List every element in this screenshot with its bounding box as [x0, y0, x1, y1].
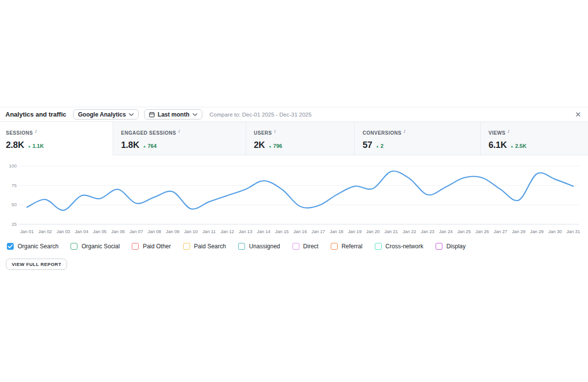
- metric-value: 2K: [254, 140, 265, 150]
- svg-text:Jan 17: Jan 17: [312, 229, 325, 234]
- metric-value: 57: [363, 140, 372, 150]
- metric-value: 2.8K: [6, 140, 24, 150]
- line-chart-svg: 100755025Jan 01Jan 02Jan 03Jan 04Jan 05J…: [0, 160, 588, 236]
- svg-text:Jan 30: Jan 30: [548, 229, 562, 234]
- svg-text:Jan 08: Jan 08: [147, 229, 161, 234]
- legend-item-paid-other[interactable]: Paid Other: [132, 243, 171, 250]
- legend-item-display[interactable]: Display: [436, 243, 466, 250]
- metric-card-engaged-sessions[interactable]: ENGAGED SESSIONSi 1.8K▲764: [113, 122, 245, 155]
- svg-text:Jan 04: Jan 04: [75, 229, 89, 234]
- metric-value: 6.1K: [489, 140, 507, 150]
- svg-text:75: 75: [11, 183, 17, 188]
- arrow-up-icon: ▲: [510, 144, 514, 148]
- svg-text:Jan 11: Jan 11: [202, 229, 216, 234]
- metric-card-views[interactable]: VIEWSi 6.1K▲2.5K: [480, 122, 588, 155]
- info-icon[interactable]: i: [274, 129, 275, 134]
- channel-legend: Organic SearchOrganic SocialPaid OtherPa…: [0, 242, 588, 251]
- legend-item-organic-social[interactable]: Organic Social: [71, 243, 120, 250]
- svg-text:Jan 05: Jan 05: [93, 229, 107, 234]
- legend-item-cross-network[interactable]: Cross-network: [375, 243, 423, 250]
- metric-label: USERS: [254, 130, 272, 136]
- svg-text:25: 25: [11, 221, 17, 227]
- legend-label-referral: Referral: [342, 243, 363, 250]
- close-icon[interactable]: ✕: [575, 111, 581, 118]
- checkbox-paid-search[interactable]: [183, 243, 190, 250]
- metric-delta: ▲764: [143, 143, 156, 149]
- metric-card-sessions[interactable]: SESSIONSi 2.8K▲1.1K: [0, 122, 113, 155]
- legend-label-unassigned: Unassigned: [249, 243, 280, 250]
- legend-label-organic-search: Organic Search: [18, 243, 58, 250]
- metric-label: VIEWS: [489, 130, 506, 136]
- svg-text:Jan 16: Jan 16: [294, 229, 307, 234]
- svg-text:Jan 23: Jan 23: [421, 229, 435, 234]
- svg-text:Jan 29: Jan 29: [530, 229, 544, 234]
- svg-text:Jan 13: Jan 13: [239, 229, 252, 234]
- legend-label-organic-social: Organic Social: [81, 243, 120, 250]
- legend-label-paid-other: Paid Other: [143, 243, 171, 250]
- svg-text:Jan 03: Jan 03: [57, 229, 71, 234]
- info-icon[interactable]: i: [178, 129, 179, 134]
- traffic-line-chart: 100755025Jan 01Jan 02Jan 03Jan 04Jan 05J…: [0, 160, 588, 238]
- metric-label: CONVERSIONS: [363, 130, 401, 136]
- svg-text:Jan 12: Jan 12: [220, 229, 234, 234]
- checkbox-display[interactable]: [436, 243, 442, 250]
- metric-label: ENGAGED SESSIONS: [121, 130, 176, 136]
- widget-title: Analytics and traffic: [5, 111, 66, 118]
- source-dropdown-label: Google Analytics: [78, 111, 126, 118]
- legend-item-organic-search[interactable]: Organic Search: [7, 243, 58, 250]
- metric-value: 1.8K: [121, 140, 139, 150]
- chevron-down-icon: [129, 113, 134, 116]
- svg-text:50: 50: [11, 202, 17, 207]
- checkbox-referral[interactable]: [331, 243, 338, 250]
- arrow-up-icon: ▲: [376, 144, 379, 148]
- svg-text:Jan 24: Jan 24: [439, 229, 453, 234]
- source-dropdown[interactable]: Google Analytics: [73, 109, 139, 119]
- view-full-report-button[interactable]: VIEW FULL REPORT: [6, 259, 67, 270]
- checkbox-paid-other[interactable]: [132, 243, 139, 250]
- date-range-dropdown[interactable]: Last month: [144, 109, 202, 119]
- legend-item-referral[interactable]: Referral: [331, 243, 363, 250]
- compare-to-text: Compare to: Dec-01 2025 - Dec-31 2025: [210, 112, 312, 118]
- metric-label: SESSIONS: [6, 130, 33, 136]
- svg-text:Jan 07: Jan 07: [129, 229, 143, 234]
- checked-checkbox-organic-search[interactable]: [7, 243, 14, 250]
- page-canvas: Analytics and traffic Google Analytics L…: [0, 0, 588, 382]
- check-icon: [8, 244, 13, 248]
- svg-text:Jan 01: Jan 01: [20, 229, 34, 234]
- info-icon[interactable]: i: [403, 129, 405, 134]
- svg-text:Jan 22: Jan 22: [403, 229, 416, 234]
- checkbox-organic-social[interactable]: [71, 243, 77, 250]
- svg-text:Jan 28: Jan 28: [512, 229, 526, 234]
- checkbox-cross-network[interactable]: [375, 243, 382, 250]
- chevron-down-icon: [193, 113, 197, 116]
- legend-item-unassigned[interactable]: Unassigned: [238, 243, 280, 250]
- svg-text:Jan 18: Jan 18: [330, 229, 343, 234]
- date-range-dropdown-label: Last month: [158, 111, 190, 118]
- checkbox-direct[interactable]: [293, 243, 299, 250]
- checkbox-unassigned[interactable]: [238, 243, 245, 250]
- svg-text:Jan 27: Jan 27: [494, 229, 508, 234]
- legend-item-paid-search[interactable]: Paid Search: [183, 243, 226, 250]
- metric-card-conversions[interactable]: CONVERSIONSi 57▲2: [354, 122, 480, 155]
- calendar-icon: [149, 112, 155, 118]
- analytics-traffic-widget: Analytics and traffic Google Analytics L…: [0, 107, 588, 270]
- widget-header: Analytics and traffic Google Analytics L…: [0, 107, 588, 121]
- svg-text:Jan 21: Jan 21: [385, 229, 398, 234]
- svg-text:100: 100: [9, 163, 17, 168]
- svg-text:Jan 09: Jan 09: [166, 229, 180, 234]
- svg-text:Jan 06: Jan 06: [111, 229, 125, 234]
- metric-delta: ▲2.5K: [510, 143, 526, 149]
- info-icon[interactable]: i: [508, 129, 509, 134]
- arrow-up-icon: ▲: [269, 144, 272, 148]
- metric-cards-row: SESSIONSi 2.8K▲1.1K ENGAGED SESSIONSi 1.…: [0, 121, 588, 155]
- metric-delta: ▲2: [376, 143, 384, 149]
- legend-item-direct[interactable]: Direct: [293, 243, 318, 250]
- svg-text:Jan 20: Jan 20: [366, 229, 380, 234]
- svg-text:Jan 25: Jan 25: [457, 229, 471, 234]
- legend-label-direct: Direct: [303, 243, 318, 250]
- legend-label-display: Display: [446, 243, 466, 250]
- arrow-up-icon: ▲: [27, 144, 31, 148]
- info-icon[interactable]: i: [35, 129, 36, 134]
- arrow-up-icon: ▲: [143, 144, 146, 148]
- metric-card-users[interactable]: USERSi 2K▲796: [245, 122, 354, 155]
